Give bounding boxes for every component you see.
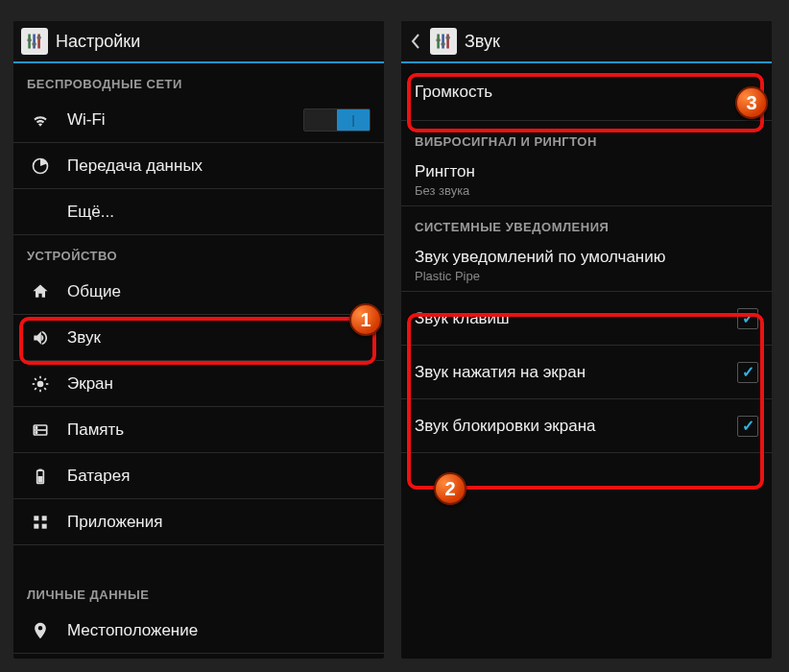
battery-row[interactable]: Батарея [13, 453, 384, 499]
wifi-label: Wi-Fi [67, 110, 303, 130]
apps-row[interactable]: Приложения [13, 499, 384, 545]
badge-2: 2 [434, 472, 466, 505]
svg-rect-32 [446, 36, 450, 39]
svg-rect-24 [42, 516, 47, 520]
location-icon [27, 621, 54, 640]
touch-sounds-checkbox[interactable] [737, 362, 758, 383]
apps-icon [27, 513, 54, 532]
settings-app-icon [21, 28, 48, 55]
svg-rect-5 [37, 36, 41, 39]
notification-sound-value: Plastic Pipe [415, 269, 758, 283]
screen-title: Звук [465, 32, 500, 52]
storage-icon [27, 420, 54, 440]
ringtone-row[interactable]: Рингтон Без звука [401, 155, 772, 206]
svg-point-7 [37, 380, 44, 387]
svg-rect-29 [446, 35, 449, 49]
titlebar: Настройки [13, 21, 384, 63]
location-label: Местоположение [67, 621, 371, 640]
svg-point-18 [36, 426, 37, 428]
settings-app-icon [430, 28, 457, 55]
display-label: Экран [67, 374, 371, 394]
back-button[interactable] [409, 21, 422, 62]
svg-rect-31 [442, 43, 445, 46]
ringtone-value: Без звука [415, 183, 758, 198]
spacer [13, 545, 384, 574]
svg-rect-2 [37, 35, 40, 49]
key-sounds-checkbox[interactable] [737, 308, 758, 329]
battery-icon [27, 467, 54, 486]
apps-label: Приложения [67, 513, 371, 532]
data-usage-row[interactable]: Передача данных [13, 143, 384, 189]
svg-rect-1 [33, 35, 36, 49]
more-label: Ещё... [67, 203, 371, 222]
key-sounds-label: Звук клавиш [415, 309, 737, 328]
sound-screen: Звук Громкость ВИБРОСИГНАЛ И РИНГТОН Рин… [401, 21, 772, 659]
svg-rect-4 [33, 43, 36, 46]
svg-rect-23 [34, 516, 38, 520]
sound-label: Звук [67, 328, 371, 348]
battery-label: Батарея [67, 467, 371, 486]
touch-sounds-row[interactable]: Звук нажатия на экран [401, 346, 772, 399]
svg-rect-30 [437, 39, 441, 42]
titlebar: Звук [401, 21, 772, 63]
location-row[interactable]: Местоположение [13, 608, 384, 654]
svg-rect-28 [442, 35, 444, 49]
home-icon [27, 282, 54, 301]
svg-rect-21 [38, 468, 41, 470]
screen-title: Настройки [56, 32, 140, 52]
section-wireless: БЕСПРОВОДНЫЕ СЕТИ [13, 63, 384, 97]
brightness-icon [27, 374, 54, 394]
key-sounds-row[interactable]: Звук клавиш [401, 292, 772, 346]
notification-sound-row[interactable]: Звук уведомлений по умолчанию Plastic Pi… [401, 240, 772, 292]
svg-line-15 [44, 378, 46, 380]
settings-screen: Настройки БЕСПРОВОДНЫЕ СЕТИ Wi-Fi Переда… [13, 21, 384, 659]
section-personal: ЛИЧНЫЕ ДАННЫЕ [13, 574, 384, 608]
wifi-icon [27, 110, 54, 130]
general-row[interactable]: Общие [13, 269, 384, 315]
data-usage-label: Передача данных [67, 156, 371, 176]
svg-rect-22 [38, 476, 43, 483]
display-row[interactable]: Экран [13, 361, 384, 407]
sound-icon [27, 328, 54, 348]
section-device: УСТРОЙСТВО [13, 235, 384, 269]
touch-sounds-label: Звук нажатия на экран [415, 363, 737, 382]
storage-label: Память [67, 420, 371, 440]
svg-line-14 [35, 388, 36, 390]
lock-sound-row[interactable]: Звук блокировки экрана [401, 399, 772, 453]
svg-rect-26 [42, 523, 47, 528]
ringtone-label: Рингтон [415, 162, 758, 181]
storage-row[interactable]: Память [13, 407, 384, 453]
svg-rect-3 [28, 39, 32, 42]
volume-row[interactable]: Громкость [401, 63, 772, 121]
notification-sound-label: Звук уведомлений по умолчанию [415, 248, 758, 267]
lock-sound-label: Звук блокировки экрана [415, 417, 737, 436]
wifi-row[interactable]: Wi-Fi [13, 97, 384, 143]
wifi-toggle[interactable] [303, 108, 371, 132]
svg-line-13 [44, 388, 46, 390]
lock-sound-checkbox[interactable] [737, 416, 758, 437]
more-row[interactable]: Ещё... [13, 189, 384, 235]
data-usage-icon [27, 156, 54, 176]
svg-line-12 [35, 378, 36, 380]
volume-label: Громкость [415, 83, 758, 102]
svg-rect-25 [34, 523, 38, 528]
general-label: Общие [67, 282, 371, 301]
svg-point-19 [36, 431, 37, 433]
section-system: СИСТЕМНЫЕ УВЕДОМЛЕНИЯ [401, 206, 772, 240]
section-vibro: ВИБРОСИГНАЛ И РИНГТОН [401, 121, 772, 155]
sound-row[interactable]: Звук [13, 315, 384, 361]
